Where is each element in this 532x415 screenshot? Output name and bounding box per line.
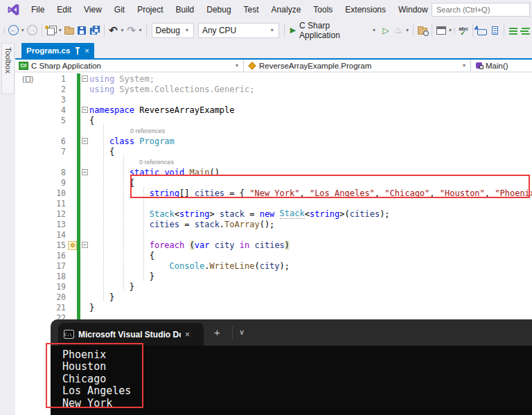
back-arrow-icon: ← — [8, 25, 19, 35]
type-name: ReverseArrayExample.Program — [259, 62, 371, 70]
line-number: 3 — [15, 95, 66, 105]
start-debugging-button[interactable]: ▶ C Sharp Application ▾ — [287, 21, 380, 40]
find-in-files-button[interactable] — [416, 23, 429, 38]
fold-collapse-icon[interactable]: − — [82, 107, 88, 113]
menu-item-tools[interactable]: Tools — [307, 2, 339, 17]
menu-item-window[interactable]: Window — [392, 2, 434, 17]
code-line: 3 — [15, 94, 532, 105]
change-tracking-bar — [77, 302, 80, 312]
fold-collapse-icon[interactable]: − — [82, 242, 88, 248]
menu-item-project[interactable]: Project — [131, 2, 169, 17]
change-tracking-bar — [77, 94, 80, 105]
change-tracking-bar — [77, 188, 80, 198]
menu-bar: FileEditViewGitProjectBuildDebugTestAnal… — [25, 2, 463, 17]
change-tracking-bar — [77, 157, 80, 167]
class-icon — [248, 62, 256, 69]
type-dropdown[interactable]: ReverseArrayExample.Program ▾ — [244, 60, 471, 71]
redo-icon: ↷ — [127, 25, 136, 35]
toolbar-separator — [146, 24, 147, 37]
title-bar: FileEditViewGitProjectBuildDebugTestAnal… — [0, 0, 532, 19]
undo-button[interactable]: ↶ — [107, 23, 120, 38]
open-file-button[interactable] — [63, 23, 76, 38]
run-caret[interactable]: ▾ — [371, 27, 377, 33]
project-dropdown[interactable]: C# C Sharp Application ▾ — [15, 60, 244, 71]
copy-lines-button[interactable] — [488, 23, 501, 38]
line-number: 11 — [15, 199, 66, 209]
fold-collapse-icon[interactable]: − — [82, 76, 88, 82]
format-selection-button[interactable] — [520, 23, 532, 38]
solution-configuration-select[interactable]: Debug▾ — [152, 23, 194, 38]
keyboard-shortcuts-button[interactable] — [476, 23, 488, 38]
save-button[interactable] — [76, 23, 88, 38]
menu-item-git[interactable]: Git — [108, 2, 131, 17]
member-dropdown[interactable]: Main() — [471, 60, 532, 71]
hot-reload-caret[interactable]: ▾ — [405, 27, 410, 33]
menu-item-view[interactable]: View — [78, 2, 108, 17]
code-line: 11 — [15, 198, 532, 209]
change-tracking-bar — [77, 261, 80, 271]
platform-label: Any CPU — [202, 26, 269, 35]
codelens-references[interactable]: 0 references — [130, 127, 165, 134]
change-tracking-bar — [77, 209, 80, 219]
solution-explorer-button[interactable] — [435, 23, 447, 38]
menu-item-build[interactable]: Build — [170, 2, 201, 17]
line-number: 18 — [15, 272, 66, 281]
new-terminal-tab-button[interactable]: + — [214, 326, 220, 338]
toolbox-label: Toolbox — [4, 44, 12, 73]
redo-button[interactable]: ↷ — [125, 23, 138, 38]
tab-program-cs[interactable]: Program.cs × — [21, 43, 94, 58]
menu-item-extensions[interactable]: Extensions — [339, 2, 392, 17]
codelens-references[interactable]: 0 references — [139, 159, 174, 166]
method-icon — [476, 62, 482, 69]
find-in-files-icon — [418, 28, 427, 35]
start-without-debugging-button[interactable]: ▷ — [380, 23, 392, 38]
solution-platform-select[interactable]: Any CPU▾ — [198, 23, 279, 38]
new-project-caret[interactable]: ▾ — [57, 27, 63, 33]
menu-item-analyze[interactable]: Analyze — [265, 2, 308, 17]
navigate-forward-button[interactable]: → — [26, 23, 39, 38]
menu-item-test[interactable]: Test — [238, 2, 265, 17]
fold-collapse-icon[interactable]: − — [82, 169, 88, 175]
csharp-project-icon: C# — [19, 62, 28, 70]
new-project-icon — [47, 28, 55, 35]
format-selection-icon — [522, 28, 530, 29]
navigate-back-button[interactable]: ← — [7, 23, 20, 38]
undo-caret[interactable]: ▾ — [120, 27, 125, 33]
menu-item-edit[interactable]: Edit — [51, 2, 78, 17]
solution-explorer-caret[interactable]: ▾ — [447, 27, 453, 33]
hot-reload-button[interactable]: ♨ — [392, 23, 405, 38]
line-number: 15 — [15, 240, 66, 250]
terminal-tab-close-icon[interactable]: × — [185, 330, 190, 339]
toolbar-grip: ⁞⁞ — [3, 27, 5, 34]
terminal-dropdown-button[interactable]: ∨ — [239, 328, 245, 337]
close-icon[interactable]: × — [85, 46, 89, 55]
new-project-button[interactable] — [45, 23, 57, 38]
code-line: 19} — [15, 281, 532, 292]
toolbar-grip: ⁞⁞ — [453, 27, 455, 34]
indent-guide — [123, 156, 124, 291]
terminal-tab-title: Microsoft Visual Studio Debu — [78, 330, 181, 339]
save-all-button[interactable] — [88, 23, 101, 38]
toolbox-tab[interactable]: Toolbox — [1, 43, 15, 94]
change-tracking-bar — [77, 250, 80, 261]
spell-check-button[interactable]: abc✓ — [457, 23, 470, 38]
code-line: 7{ — [15, 146, 532, 157]
cmd-icon: C:\_ — [64, 330, 74, 339]
run-play-icon: ▶ — [290, 26, 296, 35]
search-input[interactable] — [432, 3, 530, 17]
format-document-button[interactable] — [507, 23, 520, 38]
solution-explorer-icon — [436, 26, 446, 35]
change-tracking-bar — [77, 146, 80, 157]
lightbulb-suggestion-icon[interactable] — [68, 241, 77, 250]
code-line: 2using System.Collections.Generic; — [15, 84, 532, 94]
menu-item-debug[interactable]: Debug — [200, 2, 237, 17]
code-rows: 1−using System;2using System.Collections… — [15, 73, 532, 323]
run-target-label: C Sharp Application — [299, 21, 371, 40]
menu-item-file[interactable]: File — [25, 2, 51, 17]
pin-icon[interactable] — [77, 48, 78, 53]
redo-caret[interactable]: ▾ — [138, 27, 143, 33]
fold-collapse-icon[interactable]: − — [82, 138, 88, 144]
back-dropdown-caret[interactable]: ▾ — [20, 27, 26, 33]
undo-icon: ↶ — [109, 25, 118, 35]
keyboard-icon — [477, 29, 487, 35]
